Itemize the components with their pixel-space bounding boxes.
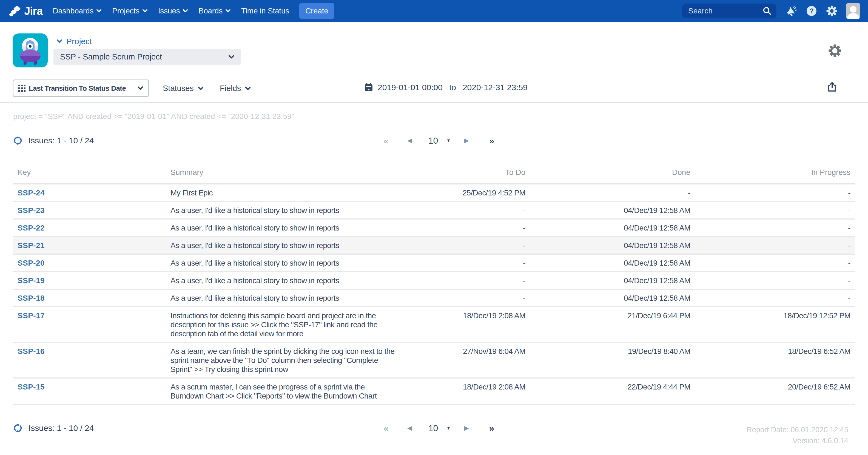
issue-key-link[interactable]: SSP-17 [18, 311, 45, 320]
export-icon[interactable] [826, 81, 838, 93]
cell-done: 04/Dec/19 12:58 AM [530, 237, 695, 254]
issue-summary: As a user, I'd like a historical story t… [170, 206, 361, 215]
issues-count: Issues: 1 - 10 / 24 [29, 423, 94, 433]
cell-to-do: - [365, 254, 530, 272]
page: Jira Dashboards Projects Issues Boards [0, 0, 868, 455]
cell-to-do: - [365, 202, 530, 219]
issue-key-link[interactable]: SSP-21 [18, 241, 45, 250]
cell-in-progress: - [695, 289, 855, 307]
issues-toolbar-bottom: Issues: 1 - 10 / 24 « ◀ 10▼ ▶ » Report D… [13, 421, 855, 435]
cell-in-progress: - [695, 272, 855, 289]
cell-in-progress: - [695, 254, 855, 272]
user-avatar[interactable] [846, 3, 860, 19]
create-button[interactable]: Create [299, 3, 334, 19]
table-row: SSP-23As a user, I'd like a historical s… [13, 202, 855, 219]
column-header-done[interactable]: Done [530, 168, 695, 184]
cell-to-do: 18/Dec/19 2:08 AM [365, 307, 530, 342]
chevron-down-icon [57, 39, 62, 43]
project-section-toggle[interactable]: Project [57, 37, 92, 46]
page-size-select[interactable]: 10▼ [428, 136, 451, 146]
column-header-todo[interactable]: To Do [365, 168, 530, 184]
cell-done: 04/Dec/19 12:58 AM [530, 272, 695, 289]
calendar-icon [364, 83, 373, 92]
prev-page-button[interactable]: ◀ [405, 137, 414, 144]
caret-down-icon: ▼ [446, 138, 451, 143]
issue-key-link[interactable]: SSP-18 [18, 294, 45, 302]
table-row: SSP-22As a user, I'd like a historical s… [13, 219, 855, 237]
jira-logo[interactable]: Jira [8, 4, 42, 18]
search-input[interactable] [682, 4, 776, 18]
issue-key-link[interactable]: SSP-20 [18, 259, 45, 267]
nav-item-dashboards[interactable]: Dashboards [48, 0, 107, 22]
issue-summary: As a user, I'd like a historical story t… [170, 223, 361, 233]
cell-done: - [530, 184, 695, 202]
nav-menu: Dashboards Projects Issues Boards Time i… [48, 0, 294, 22]
cell-to-do: - [365, 272, 530, 289]
top-navbar: Jira Dashboards Projects Issues Boards [0, 0, 868, 22]
issue-summary: As a user, I'd like a historical story t… [170, 276, 361, 285]
report-type-dropdown[interactable]: Last Transition To Status Date [12, 80, 149, 97]
chevron-down-icon [197, 86, 204, 91]
issues-count: Issues: 1 - 10 / 24 [29, 136, 94, 145]
table-row: SSP-21As a user, I'd like a historical s… [13, 237, 855, 254]
issue-key-link[interactable]: SSP-16 [18, 347, 45, 356]
report-settings-gear-icon[interactable] [828, 44, 842, 58]
issue-key-link[interactable]: SSP-23 [18, 206, 45, 215]
column-header-key[interactable]: Key [13, 168, 170, 184]
report-date: Report Date: 06.01.2020 12:45 [747, 424, 848, 435]
project-header: Project SSP - Sample Scrum Project [0, 22, 868, 103]
cell-done: 04/Dec/19 12:58 AM [530, 254, 695, 272]
nav-item-boards[interactable]: Boards [193, 0, 236, 22]
issue-key-link[interactable]: SSP-15 [18, 383, 45, 391]
table-row: SSP-24My First Epic25/Dec/19 4:52 PM-- [13, 184, 855, 202]
issue-key-link[interactable]: SSP-24 [18, 189, 45, 197]
column-header-inprogress[interactable]: In Progress [695, 168, 855, 184]
issue-summary: My First Epic [170, 188, 361, 198]
pagination-bottom: « ◀ 10▼ ▶ » [381, 421, 497, 435]
cell-in-progress: 18/Dec/19 6:52 AM [695, 342, 855, 378]
issues-toolbar-top: Issues: 1 - 10 / 24 « ◀ 10▼ ▶ » [13, 133, 855, 148]
report-version: Version: 4.6.0.14 [747, 435, 848, 446]
cell-done: 22/Dec/19 4:44 PM [530, 378, 695, 404]
cell-in-progress: - [695, 237, 855, 254]
date-range-picker[interactable]: 2019-01-01 00:00 to 2020-12-31 23:59 [364, 83, 528, 92]
first-page-button[interactable]: « [381, 423, 392, 434]
table-row: SSP-15As a scrum master, I can see the p… [13, 378, 855, 404]
chevron-down-icon [228, 55, 234, 59]
first-page-button[interactable]: « [381, 135, 392, 146]
page-size-select[interactable]: 10▼ [428, 423, 451, 433]
issue-summary: As a team, we can finish the sprint by c… [170, 347, 361, 374]
report-content: project = "SSP" AND created >= "2019-01-… [0, 112, 868, 435]
date-to-word: to [447, 83, 458, 92]
nav-item-time-in-status[interactable]: Time in Status [236, 0, 294, 22]
refresh-icon[interactable] [13, 136, 23, 145]
feedback-megaphone-icon[interactable] [786, 5, 797, 17]
statuses-dropdown[interactable]: Statuses [163, 84, 204, 93]
cell-in-progress: 20/Dec/19 6:52 AM [695, 378, 855, 404]
cell-to-do: - [365, 219, 530, 237]
settings-gear-icon[interactable] [826, 5, 838, 17]
cell-in-progress: 18/Dec/19 12:52 PM [695, 307, 855, 342]
cell-done: 19/Dec/19 8:40 AM [530, 342, 695, 378]
refresh-icon[interactable] [13, 423, 23, 433]
issue-key-link[interactable]: SSP-22 [18, 224, 45, 232]
last-page-button[interactable]: » [486, 135, 497, 146]
report-meta: Report Date: 06.01.2020 12:45 Version: 4… [747, 424, 848, 446]
chevron-down-icon [96, 9, 102, 13]
last-page-button[interactable]: » [486, 423, 497, 434]
fields-dropdown[interactable]: Fields [220, 84, 251, 93]
next-page-button[interactable]: ▶ [462, 137, 471, 144]
help-icon[interactable]: ? [806, 5, 817, 17]
avatar-body [847, 13, 859, 19]
issue-key-link[interactable]: SSP-19 [18, 276, 45, 285]
next-page-button[interactable]: ▶ [462, 425, 471, 432]
project-select[interactable]: SSP - Sample Scrum Project [54, 49, 241, 65]
chevron-down-icon [142, 9, 148, 13]
issue-summary: As a user, I'd like a historical story t… [170, 259, 361, 268]
column-header-summary[interactable]: Summary [170, 168, 365, 184]
nav-item-issues[interactable]: Issues [153, 0, 193, 22]
prev-page-button[interactable]: ◀ [405, 425, 414, 432]
nav-item-projects[interactable]: Projects [107, 0, 153, 22]
jira-logo-icon [8, 4, 21, 18]
cell-done: 04/Dec/19 12:58 AM [530, 219, 695, 237]
